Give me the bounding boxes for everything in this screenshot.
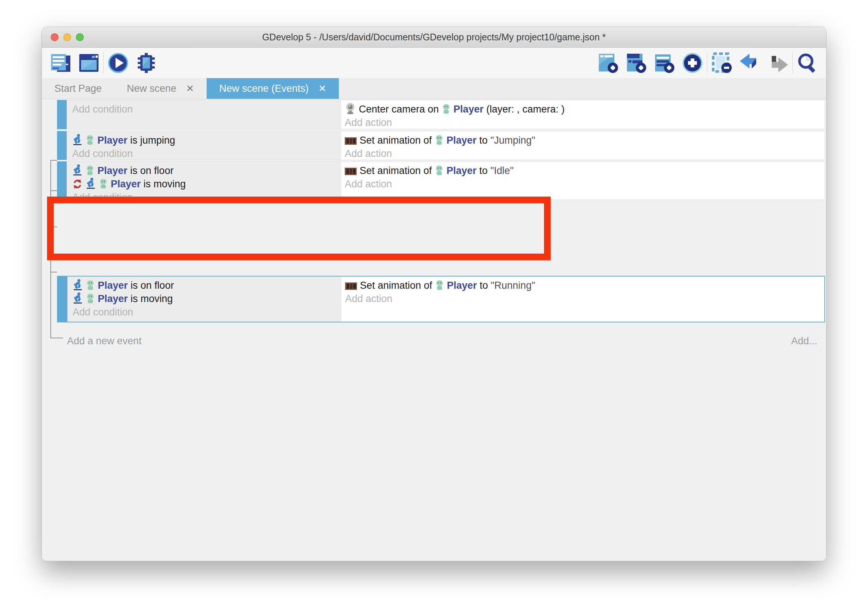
title-bar: GDevelop 5 - /Users/david/Documents/GDev… — [42, 27, 826, 48]
choose-add-event-button[interactable] — [682, 52, 703, 74]
animation-icon — [345, 137, 357, 146]
toolbar — [42, 48, 826, 78]
tree-guide-tick — [50, 272, 57, 272]
camera-icon — [345, 102, 356, 115]
event-handle[interactable] — [57, 131, 67, 160]
action-text: Set animation of — [360, 280, 435, 291]
player-object-icon — [435, 135, 443, 146]
toolbar-separator — [707, 52, 707, 74]
tab-label: Start Page — [54, 83, 102, 94]
add-new-icon — [682, 52, 703, 74]
add-event-icon — [597, 52, 619, 74]
tree-guide-tick — [50, 338, 63, 338]
conditions-cell[interactable]: Player is jumping Add condition — [67, 131, 341, 160]
player-object-icon — [86, 294, 95, 304]
gdevelop-window: GDevelop 5 - /Users/david/Documents/GDev… — [41, 27, 827, 561]
condition-line[interactable]: Player is moving — [72, 177, 341, 191]
tab-new-scene[interactable]: New scene ✕ — [115, 78, 207, 99]
actions-cell[interactable]: Set animation of Player to "Jumping" Add… — [341, 131, 825, 160]
conditions-cell[interactable]: Player is on floor Player is moving Add … — [68, 277, 341, 322]
event-handle[interactable] — [58, 277, 68, 322]
condition-text: is moving — [141, 178, 186, 190]
player-object-icon — [85, 165, 94, 176]
tree-guide-tick — [50, 226, 57, 227]
tree-guide-tick — [50, 190, 57, 191]
conditions-cell[interactable]: Player is on floor Player is moving Add … — [67, 162, 341, 200]
add-subevent-button[interactable] — [626, 52, 647, 74]
add-action-link[interactable]: Add action — [345, 177, 825, 191]
object-name: Player — [447, 135, 476, 146]
actions-cell[interactable]: Set animation of Player to "Running" Add… — [341, 277, 824, 322]
tab-new-scene-events[interactable]: New scene (Events) ✕ — [207, 78, 339, 99]
play-preview-button[interactable] — [107, 52, 129, 74]
tab-start-page[interactable]: Start Page — [42, 78, 115, 99]
tab-label: New scene (Events) — [219, 83, 309, 94]
condition-text: is jumping — [127, 135, 175, 146]
action-value: "Jumping" — [490, 135, 535, 146]
action-line[interactable]: Center camera on Player (layer: , camera… — [345, 102, 825, 116]
condition-line[interactable]: Player is moving — [72, 292, 341, 305]
platformer-behavior-icon — [72, 164, 83, 176]
add-condition-link[interactable]: Add condition — [72, 305, 341, 319]
event-row-1[interactable]: Add condition Center camera on Player (l… — [57, 100, 825, 129]
add-action-link[interactable]: Add action — [345, 292, 824, 305]
add-action-link[interactable]: Add action — [345, 116, 825, 129]
minimize-window-button[interactable] — [63, 33, 71, 41]
action-text: to — [476, 135, 491, 146]
close-window-button[interactable] — [51, 33, 58, 41]
event-row-3[interactable]: Player is on floor Player is moving Add … — [57, 162, 825, 200]
event-row-2[interactable]: Player is jumping Add condition Set anim… — [57, 131, 825, 160]
search-events-button[interactable] — [797, 52, 818, 74]
project-manager-button[interactable] — [50, 52, 71, 74]
tab-label: New scene — [127, 83, 177, 94]
condition-text: is on floor — [127, 165, 174, 176]
conditions-cell[interactable]: Add condition — [67, 100, 341, 129]
zoom-window-button[interactable] — [76, 33, 84, 41]
add-condition-link[interactable]: Add condition — [72, 147, 341, 160]
add-action-link[interactable]: Add action — [345, 147, 825, 160]
remove-event-button[interactable] — [711, 52, 733, 74]
condition-line[interactable]: Player is jumping — [72, 134, 341, 147]
event-handle[interactable] — [57, 162, 67, 200]
debug-button[interactable] — [135, 52, 157, 74]
close-tab-icon[interactable]: ✕ — [186, 83, 194, 94]
animation-icon — [345, 282, 357, 291]
redo-button[interactable] — [767, 52, 789, 74]
add-more-link[interactable]: Add... — [791, 335, 817, 347]
platformer-behavior-icon — [72, 292, 83, 304]
add-condition-link[interactable]: Add condition — [72, 191, 341, 204]
add-condition-link[interactable]: Add condition — [72, 102, 341, 116]
add-new-event-link[interactable]: Add a new event — [67, 335, 142, 347]
object-name: Player — [447, 280, 477, 291]
project-manager-icon — [50, 53, 71, 73]
action-line[interactable]: Set animation of Player to "Idle" — [345, 164, 825, 177]
event-row-4-selected[interactable]: Player is on floor Player is moving Add … — [57, 276, 825, 322]
scene-editor-icon — [79, 53, 99, 73]
add-event-button[interactable] — [597, 52, 619, 74]
condition-line[interactable]: Player is on floor — [72, 164, 341, 177]
player-object-icon — [85, 135, 94, 146]
event-handle[interactable] — [57, 100, 67, 129]
action-line[interactable]: Set animation of Player to "Jumping" — [345, 134, 825, 147]
object-name: Player — [111, 178, 141, 190]
actions-cell[interactable]: Set animation of Player to "Idle" Add ac… — [341, 162, 825, 200]
tab-bar: Start Page New scene ✕ New scene (Events… — [42, 78, 826, 99]
actions-cell[interactable]: Center camera on Player (layer: , camera… — [341, 100, 825, 129]
platformer-behavior-icon — [72, 279, 83, 291]
add-comment-button[interactable] — [654, 52, 675, 74]
player-object-icon — [442, 104, 451, 115]
action-line[interactable]: Set animation of Player to "Running" — [345, 279, 824, 292]
condition-text: is moving — [128, 293, 173, 304]
tree-guide-line — [50, 160, 51, 338]
action-text: Center camera on — [359, 104, 442, 115]
object-name: Player — [447, 165, 476, 176]
search-icon — [797, 52, 818, 74]
animation-icon — [345, 167, 357, 176]
condition-line[interactable]: Player is on floor — [72, 279, 341, 292]
toolbar-separator — [793, 52, 793, 74]
scene-editor-button[interactable] — [78, 52, 100, 74]
undo-button[interactable] — [739, 52, 761, 74]
events-sheet: Add condition Center camera on Player (l… — [42, 99, 826, 561]
player-object-icon — [435, 280, 444, 291]
close-tab-icon[interactable]: ✕ — [318, 83, 327, 94]
